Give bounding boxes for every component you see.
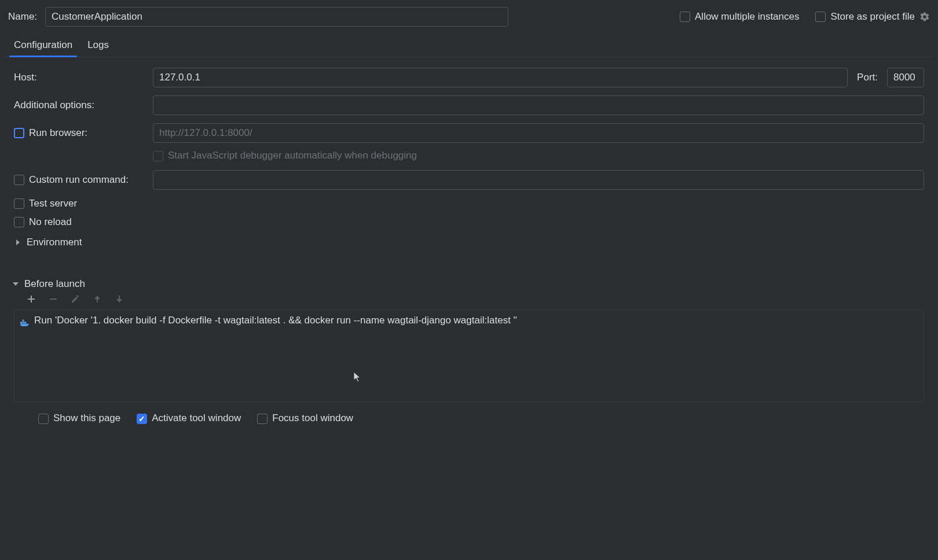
checkbox-icon [153,151,163,161]
no-reload-label: No reload [29,216,72,228]
show-this-page-label: Show this page [53,412,120,424]
tabs: Configuration Logs [6,35,932,57]
custom-run-command-input[interactable] [153,170,924,190]
additional-options-label: Additional options: [14,100,146,111]
move-down-icon[interactable] [113,293,125,305]
show-this-page-checkbox[interactable]: Show this page [38,412,120,424]
js-debugger-label: Start JavaScript debugger automatically … [168,150,417,161]
checkbox-icon [815,12,826,22]
list-item-text: Run 'Docker '1. docker build -f Dockerfi… [34,315,517,326]
port-label: Port: [855,72,880,83]
no-reload-checkbox[interactable]: No reload [14,216,924,228]
move-up-icon[interactable] [91,293,103,305]
svg-rect-0 [20,322,22,323]
focus-tool-window-checkbox[interactable]: Focus tool window [257,412,353,424]
environment-label: Environment [27,237,82,248]
custom-run-command-checkbox[interactable]: Custom run command: [14,174,146,186]
name-label: Name: [8,11,37,23]
chevron-down-icon [12,280,20,288]
host-label: Host: [14,72,146,83]
checkbox-icon [14,217,24,227]
activate-tool-window-checkbox[interactable]: Activate tool window [137,412,241,424]
focus-tool-window-label: Focus tool window [272,412,353,424]
tab-configuration[interactable]: Configuration [13,35,74,57]
run-browser-label: Run browser: [29,127,87,139]
host-input[interactable] [153,68,848,87]
before-launch-expander[interactable]: Before launch [12,278,924,290]
store-as-project-file-label: Store as project file [830,11,915,23]
custom-run-command-label: Custom run command: [29,174,129,186]
checkbox-icon [14,175,24,185]
test-server-checkbox[interactable]: Test server [14,198,924,209]
name-input[interactable] [45,7,508,27]
checkbox-icon [38,414,49,424]
gear-icon[interactable] [919,12,930,22]
add-icon[interactable] [25,293,37,305]
store-as-project-file-checkbox[interactable]: Store as project file [815,11,930,23]
allow-multiple-instances-label: Allow multiple instances [695,11,799,23]
chevron-right-icon [14,238,22,246]
run-browser-checkbox[interactable]: Run browser: [14,127,146,139]
docker-icon [20,318,30,325]
additional-options-input[interactable] [153,95,924,115]
activate-tool-window-label: Activate tool window [152,412,241,424]
environment-expander[interactable]: Environment [14,237,924,248]
port-input[interactable] [887,68,924,87]
checkbox-icon [680,12,690,22]
checkbox-icon [257,414,268,424]
checkbox-icon [14,198,24,209]
svg-rect-3 [23,319,24,321]
test-server-label: Test server [29,198,77,209]
edit-icon[interactable] [69,293,81,305]
svg-rect-2 [24,322,26,323]
before-launch-list[interactable]: Run 'Docker '1. docker build -f Dockerfi… [14,310,924,402]
js-debugger-checkbox: Start JavaScript debugger automatically … [153,150,417,161]
list-item[interactable]: Run 'Docker '1. docker build -f Dockerfi… [14,312,924,329]
run-browser-url-input[interactable] [153,123,924,143]
svg-rect-1 [23,322,24,323]
before-launch-toolbar [14,290,924,308]
allow-multiple-instances-checkbox[interactable]: Allow multiple instances [680,11,799,23]
remove-icon[interactable] [47,293,59,305]
tab-logs[interactable]: Logs [86,35,110,57]
checkbox-icon [14,128,24,138]
checkbox-icon [137,414,147,424]
before-launch-title: Before launch [24,278,85,290]
